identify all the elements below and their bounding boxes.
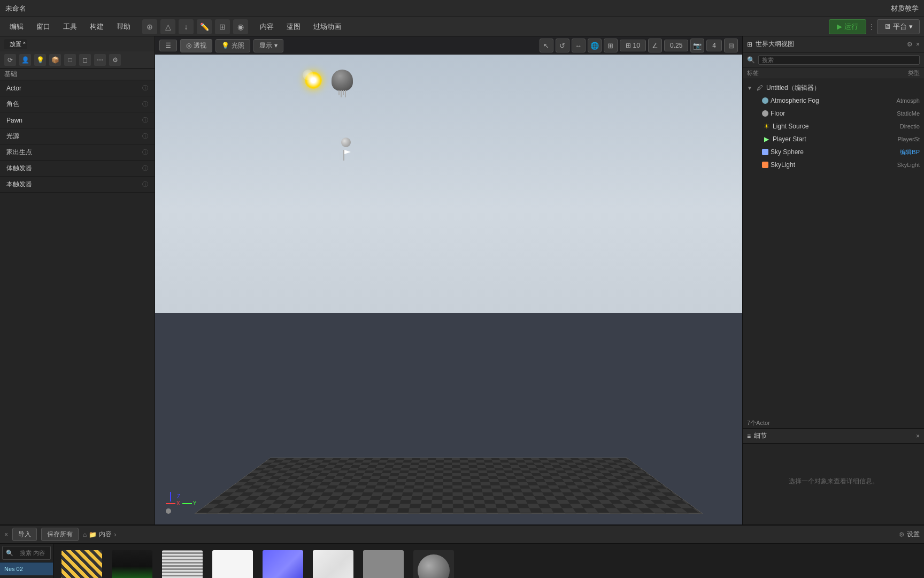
content-normal[interactable]: lambert1_ Normal_Open GL: [259, 548, 307, 578]
toolbar-icon-4[interactable]: ✏️: [197, 19, 212, 34]
skylight-icon: [762, 162, 768, 168]
x-label: X: [176, 500, 180, 506]
vp-angle-icon[interactable]: ∠: [648, 39, 662, 52]
vp-show[interactable]: 显示 ▾: [253, 39, 283, 52]
vp-select-tool[interactable]: ↖: [540, 39, 553, 52]
toolbar-icon-5[interactable]: ⊞: [215, 19, 230, 34]
actor-icon[interactable]: 👤: [19, 54, 31, 66]
platform-icon: 🖥: [884, 22, 891, 31]
outliner-floor[interactable]: Floor StaticMe: [743, 107, 924, 120]
viewport[interactable]: ☰ ◎ 透视 💡 光照 显示 ▾ ↖ ↺ ↔ 🌐 ⊞ ⊞ 10: [155, 36, 742, 524]
bsp-icon[interactable]: □: [64, 54, 76, 66]
toolbar-blueprint[interactable]: 蓝图: [281, 20, 306, 34]
vis-icon[interactable]: 📦: [49, 54, 61, 66]
item-lightsource[interactable]: 光源 ⓘ: [0, 128, 155, 144]
vp-perspective[interactable]: ◎ 透视: [180, 39, 212, 52]
settings-gear-icon: ⚙: [899, 531, 905, 538]
menu-build[interactable]: 构建: [84, 20, 109, 34]
vp-scale-tool[interactable]: ↔: [572, 39, 586, 52]
vp-grid-icon[interactable]: ⊞: [604, 39, 618, 52]
info-playerstart[interactable]: ⓘ: [142, 148, 148, 156]
outliner-settings-icon[interactable]: ⚙: [907, 41, 913, 48]
light-icon-btn[interactable]: 💡: [34, 54, 46, 66]
viewport-content: Z X Y: [155, 55, 742, 524]
content-left: 🔍 Nes 02: [0, 544, 53, 578]
item-character[interactable]: 角色 ⓘ: [0, 96, 155, 112]
settings-label[interactable]: 设置: [907, 530, 920, 539]
toolbar-icon-6[interactable]: ◉: [233, 19, 248, 34]
light-source-icon: ☀: [762, 123, 771, 130]
content-search-area: 🔍: [0, 544, 53, 562]
toolbar-content[interactable]: 内容: [255, 20, 279, 34]
content-base-color[interactable]: lambert1_Base _Color: [58, 548, 106, 578]
vp-layout-icon[interactable]: ⊟: [724, 39, 738, 52]
drip-4: [345, 90, 346, 97]
info-pawn[interactable]: ⓘ: [142, 116, 148, 124]
info-lightsource[interactable]: ⓘ: [142, 132, 148, 140]
toolbar-icon-1[interactable]: ⊕: [142, 19, 157, 34]
outliner-atmo-fog[interactable]: Atmospheric Fog Atmosph: [743, 94, 924, 107]
item-trigger1[interactable]: 体触发器 ⓘ: [0, 161, 155, 177]
content-emissive[interactable]: lambert1_ Emissive: [108, 548, 156, 578]
y-axis: [182, 503, 192, 504]
info-actor[interactable]: ⓘ: [142, 84, 148, 92]
tab-placement[interactable]: 放置 ×: [4, 39, 27, 49]
details-close[interactable]: ×: [916, 432, 920, 440]
settings-icon[interactable]: ⚙: [109, 54, 121, 66]
home-icon[interactable]: ⌂: [83, 531, 87, 538]
drip-2: [341, 90, 342, 97]
thumb-base-color: [61, 550, 102, 578]
all-icon[interactable]: ⋯: [94, 54, 106, 66]
save-all-button[interactable]: 保存所有: [41, 528, 79, 541]
menu-tools[interactable]: 工具: [58, 20, 82, 34]
item-pawn[interactable]: Pawn ⓘ: [0, 112, 155, 128]
content-roughness[interactable]: lambert1_ Roughness: [359, 548, 407, 578]
item-actor[interactable]: Actor ⓘ: [0, 80, 155, 96]
outliner-close[interactable]: ×: [916, 41, 920, 48]
tab-unnamed[interactable]: 未命名: [5, 4, 26, 13]
vp-angle-val[interactable]: 0.25: [664, 40, 688, 51]
gizmo-x: X: [166, 500, 180, 506]
content-opacity[interactable]: lambert1_ Opacity: [309, 548, 357, 578]
vp-menu-btn[interactable]: ☰: [159, 40, 177, 51]
import-button[interactable]: 导入: [12, 528, 37, 541]
menu-edit[interactable]: 编辑: [4, 20, 29, 34]
outliner-skylight[interactable]: SkyLight SkyLight: [743, 158, 924, 171]
menu-help[interactable]: 帮助: [111, 20, 136, 34]
player-start-obj: [341, 138, 351, 147]
vp-lighting[interactable]: 💡 光照: [215, 39, 250, 52]
content-sidebar-nes02[interactable]: Nes 02: [0, 562, 53, 575]
toolbar-cinematic[interactable]: 过场动画: [308, 20, 346, 34]
content-height[interactable]: lambert1_ Height: [158, 548, 206, 578]
toolbar-icon-3[interactable]: ↓: [179, 19, 194, 34]
path-label[interactable]: 内容: [99, 530, 112, 539]
menu-window[interactable]: 窗口: [31, 20, 56, 34]
info-character[interactable]: ⓘ: [142, 100, 148, 108]
info-trigger2[interactable]: ⓘ: [142, 180, 148, 188]
thumb-opacity: [313, 550, 353, 578]
item-playerstart[interactable]: 家出生点 ⓘ: [0, 144, 155, 161]
vol-icon[interactable]: ◻: [79, 54, 91, 66]
search-input[interactable]: [758, 55, 920, 65]
content-material-ball[interactable]: 常用材质节点: [410, 548, 458, 578]
outliner-light-source[interactable]: ☀ Light Source Directio: [743, 120, 924, 133]
vp-cam-icon[interactable]: 📷: [690, 39, 704, 52]
close-icon[interactable]: ×: [4, 531, 8, 538]
vp-world-icon[interactable]: 🌐: [588, 39, 602, 52]
placement-close[interactable]: ×: [23, 40, 26, 45]
item-trigger2[interactable]: 本触发器 ⓘ: [0, 177, 155, 193]
vp-cam-val[interactable]: 4: [706, 40, 722, 51]
platform-button[interactable]: 🖥 平台 ▾: [877, 19, 920, 34]
run-button[interactable]: ▶ 运行: [829, 19, 866, 34]
vp-grid-size[interactable]: ⊞ 10: [620, 40, 646, 51]
recent-icon[interactable]: ⟳: [4, 54, 16, 66]
outliner-sky-sphere[interactable]: Sky Sphere 编辑BP: [743, 146, 924, 158]
content-grid: lambert1_Base _Color lambert1_ Emissive …: [53, 544, 924, 578]
vp-rotate-tool[interactable]: ↺: [556, 39, 569, 52]
info-trigger1[interactable]: ⓘ: [142, 164, 148, 172]
thumb-sphere-ball: [418, 554, 450, 578]
content-metallic[interactable]: lambert1_ Metallic: [209, 548, 257, 578]
outliner-player-start[interactable]: ▶ Player Start PlayerSt: [743, 133, 924, 146]
toolbar-icon-2[interactable]: △: [160, 19, 175, 34]
outliner-root[interactable]: ▼ 🖊 Untitled（编辑器）: [743, 81, 924, 94]
